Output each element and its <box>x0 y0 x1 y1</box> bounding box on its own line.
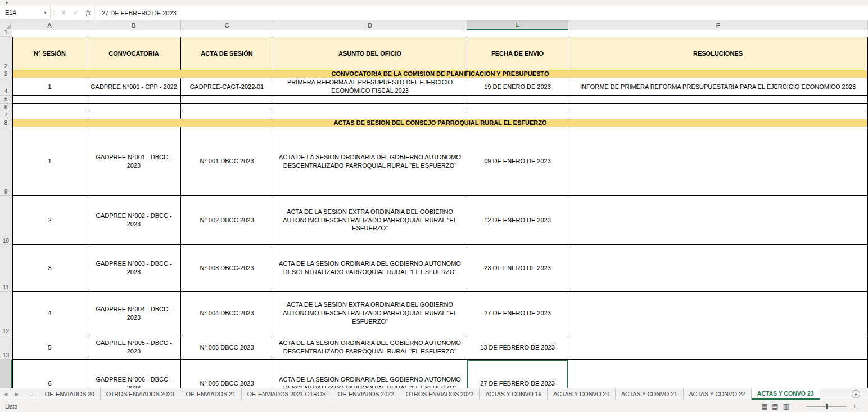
cell-C6[interactable] <box>181 104 273 111</box>
sheet-tab-of-enviados-2022[interactable]: OF. ENVIADOS 2022 <box>332 388 400 400</box>
cell-B6[interactable] <box>87 104 181 111</box>
cancel-icon[interactable]: ✕ <box>57 6 70 20</box>
cell-D14[interactable]: ACTA DE LA SESION ORDINARIA DEL GOBIERNO… <box>273 360 467 388</box>
cell-D4[interactable]: PRIMERA REFORMA AL PRESUPUESTO DEL EJERC… <box>273 78 467 96</box>
sheet-tab-actas-y-convo-20[interactable]: ACTAS Y CONVO 20 <box>548 388 616 400</box>
cell-E6[interactable] <box>467 104 568 111</box>
sheet-tab-otros-enviados-2020[interactable]: OTROS ENVIADOS 2020 <box>101 388 180 400</box>
enter-icon[interactable]: ✓ <box>70 6 82 20</box>
cell-A4[interactable]: 1 <box>12 78 87 96</box>
cell-F6[interactable] <box>568 104 868 111</box>
cell-A9[interactable]: 1 <box>12 127 87 196</box>
page-break-view-icon[interactable]: ▥ <box>783 402 789 410</box>
cell-F5[interactable] <box>568 96 868 104</box>
cell-C14[interactable]: N° 006 DBCC-2023 <box>181 360 273 388</box>
cell-E11[interactable]: 23 DE ENERO DE 2023 <box>467 245 568 292</box>
row-header-11[interactable]: 11 <box>0 245 12 292</box>
cell-C5[interactable] <box>181 96 273 104</box>
cell-A10[interactable]: 2 <box>12 196 87 245</box>
cell-C11[interactable]: N° 003 DBCC-2023 <box>181 245 273 292</box>
zoom-out-icon[interactable]: − <box>795 402 802 410</box>
row-header-6[interactable]: 6 <box>0 104 12 111</box>
sheet-tab-actas-y-convo-21[interactable]: ACTAS Y CONVO 21 <box>616 388 684 400</box>
cell-D6[interactable] <box>273 104 467 111</box>
column-header-c[interactable]: C <box>181 20 273 30</box>
cell-C10[interactable]: N° 002 DBCC-2023 <box>181 196 273 245</box>
cell-D5[interactable] <box>273 96 467 104</box>
cell-A7[interactable] <box>12 111 87 119</box>
cell-B14[interactable]: GADPREE N°006 - DBCC - 2023 <box>87 360 181 388</box>
cell-F2-header[interactable]: RESOLUCIONES <box>568 37 868 70</box>
cell-E1[interactable] <box>467 30 568 37</box>
row-header-13[interactable]: 13 <box>0 335 12 360</box>
row-header-4[interactable]: 4 <box>0 78 12 96</box>
cell-A2-header[interactable]: N° SESIÓN <box>12 37 87 70</box>
row-header-7[interactable]: 7 <box>0 111 12 119</box>
sheet-tab-actas-y-convo-22[interactable]: ACTAS Y CONVO 22 <box>684 388 752 400</box>
cell-B9[interactable]: GADPREE N°001 - DBCC - 2023 <box>87 127 181 196</box>
row-header-8[interactable]: 8 <box>0 119 12 127</box>
cell-C7[interactable] <box>181 111 273 119</box>
select-all-corner[interactable] <box>0 20 12 30</box>
cell-A5[interactable] <box>12 96 87 104</box>
row-header-9[interactable]: 9 <box>0 127 12 196</box>
sheet-tab-of-enviados-20[interactable]: OF. ENVIADOS 20 <box>39 388 101 400</box>
cell-B7[interactable] <box>87 111 181 119</box>
sheet-tab-of-enviados-21[interactable]: OF. ENVIADOS 21 <box>180 388 242 400</box>
tab-overflow-button[interactable]: ... <box>22 388 39 400</box>
cell-E13[interactable]: 13 DE FEBRERO DE 2023 <box>467 335 568 360</box>
zoom-slider-thumb[interactable] <box>826 404 828 409</box>
cell-B5[interactable] <box>87 96 181 104</box>
new-sheet-icon[interactable]: + <box>852 390 860 398</box>
tab-scroll-left-icon[interactable]: ◀ <box>0 388 11 400</box>
cell-D10[interactable]: ACTA DE LA SESION EXTRA ORDINARIA DEL GO… <box>273 196 467 245</box>
cell-D11[interactable]: ACTA DE LA SESION ORDINARIA DEL GOBIERNO… <box>273 245 467 292</box>
cell-B4[interactable]: GADPREE N°001 - CPP - 2022 <box>87 78 181 96</box>
row-header-5[interactable]: 5 <box>0 96 12 104</box>
insert-function-icon[interactable]: fx <box>82 6 94 20</box>
cell-E2-header[interactable]: FECHA DE ENVIO <box>467 37 568 70</box>
column-header-b[interactable]: B <box>87 20 181 30</box>
cell-A14[interactable]: 6 <box>12 360 87 388</box>
column-header-e[interactable]: E <box>467 20 568 30</box>
row-header-3[interactable]: 3 <box>0 70 12 78</box>
cell-D9[interactable]: ACTA DE LA SESION ORDINARIA DEL GOBIERNO… <box>273 127 467 196</box>
sheet-tab-actas-y-convo-19[interactable]: ACTAS Y CONVO 19 <box>480 388 548 400</box>
normal-view-icon[interactable]: ▦ <box>761 402 767 410</box>
cell-D12[interactable]: ACTA DE LA SESION EXTRA ORDINARIA DEL GO… <box>273 292 467 335</box>
cell-E9[interactable]: 09 DE ENERO DE 2023 <box>467 127 568 196</box>
cell-B11[interactable]: GADPREE N°003 - DBCC - 2023 <box>87 245 181 292</box>
chevron-down-icon[interactable]: ▼ <box>43 11 47 15</box>
page-layout-view-icon[interactable]: ▤ <box>772 402 778 410</box>
column-header-d[interactable]: D <box>273 20 467 30</box>
cell-C12[interactable]: N° 004 DBCC-2023 <box>181 292 273 335</box>
cell-A12[interactable]: 4 <box>12 292 87 335</box>
cell-D13[interactable]: ACTA DE LA SESION ORDINARIA DEL GOBIERNO… <box>273 335 467 360</box>
cell-B10[interactable]: GADPREE N°002 - DBCC - 2023 <box>87 196 181 245</box>
cell-A1[interactable] <box>12 30 87 37</box>
cell-B2-header[interactable]: CONVOCATORIA <box>87 37 181 70</box>
zoom-in-icon[interactable]: + <box>851 402 858 410</box>
cell-E4[interactable]: 19 DE ENERO DE 2023 <box>467 78 568 96</box>
cell-E12[interactable]: 27 DE ENERO DE 2023 <box>467 292 568 335</box>
cell-F11[interactable] <box>568 245 868 292</box>
cell-F4[interactable]: INFORME DE PRIMERA REFORMA PRESUPUESTARI… <box>568 78 868 96</box>
cell-D2-header[interactable]: ASUNTO DEL OFICIO <box>273 37 467 70</box>
column-header-f[interactable]: F <box>568 20 868 30</box>
cell-F12[interactable] <box>568 292 868 335</box>
cell-F13[interactable] <box>568 335 868 360</box>
cell-C9[interactable]: N° 001 DBCC-2023 <box>181 127 273 196</box>
cell-B13[interactable]: GADPREE N°005 - DBCC - 2023 <box>87 335 181 360</box>
cell-F1[interactable] <box>568 30 868 37</box>
cell-A3-section-title[interactable]: CONVOCATORIA DE LA COMISION DE PLANIFICA… <box>12 70 868 78</box>
cell-F10[interactable] <box>568 196 868 245</box>
cell-A13[interactable]: 5 <box>12 335 87 360</box>
ribbon-expand-icon[interactable] <box>6 1 8 5</box>
cell-C1[interactable] <box>181 30 273 37</box>
cell-B1[interactable] <box>87 30 181 37</box>
cell-F9[interactable] <box>568 127 868 196</box>
cell-D7[interactable] <box>273 111 467 119</box>
cell-E7[interactable] <box>467 111 568 119</box>
cell-C13[interactable]: N° 005 DBCC-2023 <box>181 335 273 360</box>
name-box[interactable]: E14 ▼ <box>0 6 51 20</box>
